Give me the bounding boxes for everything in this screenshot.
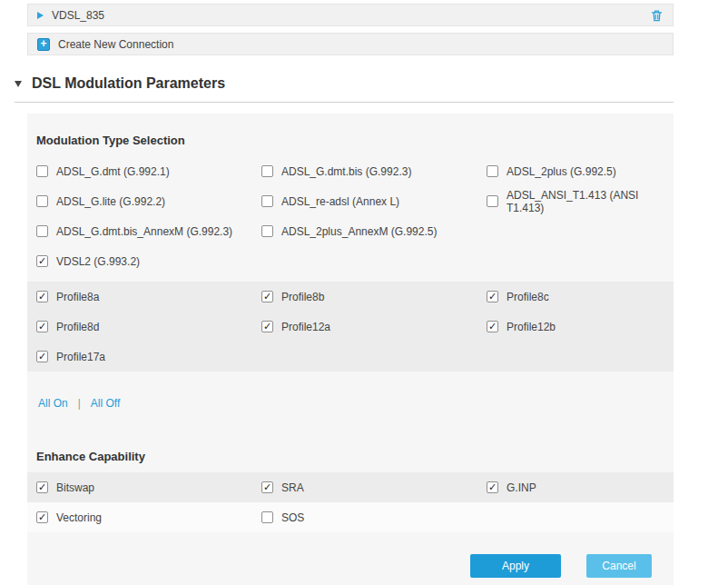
dsl-modulation-panel: Modulation Type Selection ADSL_G.dmt (G.…	[27, 114, 674, 585]
checkbox-box[interactable]	[36, 195, 48, 207]
all-on-link[interactable]: All On	[38, 397, 68, 410]
checkbox-label: ADSL_G.dmt.bis (G.992.3)	[281, 165, 411, 178]
checkbox-label: ADSL_ANSI_T1.413 (ANSI T1.413)	[507, 189, 664, 214]
checkbox-bitswap[interactable]: Bitswap	[36, 472, 261, 502]
cancel-button[interactable]: Cancel	[586, 554, 652, 578]
checkbox-label: VDSL2 (G.993.2)	[56, 255, 140, 268]
checkbox-profile8b[interactable]: Profile8b	[261, 282, 487, 312]
checkbox-vdsl2[interactable]: VDSL2 (G.993.2)	[36, 246, 261, 276]
checkbox-box[interactable]	[487, 481, 498, 493]
checkbox-label: Profile8d	[56, 321, 99, 333]
checkbox-box[interactable]	[36, 291, 48, 302]
enhance-row-1: Bitswap SRA G.INP	[27, 472, 674, 502]
checkbox-box[interactable]	[36, 511, 48, 523]
checkbox-label: ADSL_2plus_AnnexM (G.992.5)	[281, 225, 437, 238]
profile-grid: Profile8a Profile8b Profile8c Profile8d …	[27, 282, 674, 372]
action-buttons: Apply Cancel	[36, 554, 664, 578]
create-new-connection-button[interactable]: Create New Connection	[27, 33, 674, 55]
checkbox-adsl-g-dmt-bis-annexm[interactable]: ADSL_G.dmt.bis_AnnexM (G.992.3)	[36, 216, 261, 246]
checkbox-box[interactable]	[36, 351, 48, 362]
create-new-connection-label: Create New Connection	[58, 38, 173, 51]
checkbox-profile12a[interactable]: Profile12a	[261, 312, 487, 342]
checkbox-box[interactable]	[261, 165, 273, 177]
checkbox-adsl-g-dmt-bis[interactable]: ADSL_G.dmt.bis (G.992.3)	[261, 156, 487, 186]
checkbox-label: Profile17a	[56, 351, 105, 363]
checkbox-adsl-g-lite[interactable]: ADSL_G.lite (G.992.2)	[36, 186, 261, 216]
checkbox-profile8c[interactable]: Profile8c	[487, 282, 664, 312]
checkbox-adsl-g-dmt[interactable]: ADSL_G.dmt (G.992.1)	[36, 156, 261, 186]
checkbox-box[interactable]	[36, 481, 48, 493]
checkbox-adsl-ansi-t1-413[interactable]: ADSL_ANSI_T1.413 (ANSI T1.413)	[487, 186, 664, 216]
modulation-type-grid: ADSL_G.dmt (G.992.1) ADSL_G.dmt.bis (G.9…	[36, 156, 664, 276]
connection-title: VDSL_835	[52, 9, 104, 22]
checkbox-adsl-2plus[interactable]: ADSL_2plus (G.992.5)	[487, 156, 664, 186]
checkbox-ginp[interactable]: G.INP	[487, 472, 664, 502]
checkbox-box[interactable]	[36, 225, 48, 237]
checkbox-label: ADSL_2plus (G.992.5)	[507, 165, 616, 178]
checkbox-label: Profile8a	[56, 291, 99, 303]
checkbox-label: Vectoring	[56, 511, 102, 524]
add-icon	[37, 38, 50, 51]
links-separator: |	[78, 397, 81, 410]
collapse-arrow-icon[interactable]	[15, 81, 22, 87]
enhance-capability-heading: Enhance Capability	[36, 450, 664, 463]
checkbox-box[interactable]	[36, 321, 48, 332]
apply-button[interactable]: Apply	[470, 554, 561, 578]
enhance-row-2: Vectoring SOS	[27, 502, 674, 532]
checkbox-label: Profile8c	[507, 291, 549, 303]
checkbox-box[interactable]	[261, 511, 273, 523]
checkbox-label: SOS	[281, 511, 304, 524]
checkbox-box[interactable]	[487, 165, 498, 177]
checkbox-label: Bitswap	[56, 481, 94, 494]
checkbox-profile8a[interactable]: Profile8a	[36, 282, 261, 312]
delete-connection-button[interactable]	[650, 8, 664, 23]
profile-bulk-links: All On|All Off	[38, 397, 664, 410]
checkbox-box[interactable]	[261, 291, 273, 302]
checkbox-box[interactable]	[487, 321, 498, 332]
expand-arrow-icon[interactable]	[37, 12, 44, 19]
checkbox-label: ADSL_G.lite (G.992.2)	[56, 195, 165, 208]
checkbox-sos[interactable]: SOS	[261, 502, 487, 532]
checkbox-box[interactable]	[261, 481, 273, 493]
checkbox-label: ADSL_G.dmt.bis_AnnexM (G.992.3)	[56, 225, 232, 238]
checkbox-box[interactable]	[261, 321, 273, 332]
checkbox-label: Profile12b	[507, 321, 556, 333]
checkbox-profile17a[interactable]: Profile17a	[36, 342, 261, 372]
connection-row-vdsl835[interactable]: VDSL_835	[27, 4, 674, 26]
modulation-type-heading: Modulation Type Selection	[36, 134, 664, 147]
checkbox-adsl-re-adsl[interactable]: ADSL_re-adsl (Annex L)	[261, 186, 487, 216]
checkbox-label: ADSL_G.dmt (G.992.1)	[56, 165, 170, 178]
checkbox-box[interactable]	[36, 255, 48, 267]
checkbox-box[interactable]	[261, 225, 273, 237]
checkbox-box[interactable]	[487, 291, 498, 302]
section-title: DSL Modulation Parameters	[32, 75, 225, 92]
checkbox-adsl-2plus-annexm[interactable]: ADSL_2plus_AnnexM (G.992.5)	[261, 216, 487, 246]
checkbox-label: ADSL_re-adsl (Annex L)	[281, 195, 399, 208]
section-header-dsl-modulation[interactable]: DSL Modulation Parameters	[15, 75, 674, 103]
checkbox-profile12b[interactable]: Profile12b	[487, 312, 664, 342]
checkbox-sra[interactable]: SRA	[261, 472, 487, 502]
checkbox-box[interactable]	[261, 195, 273, 207]
checkbox-label: Profile8b	[281, 291, 324, 303]
dsl-settings-page: VDSL_835 Create New Connection DSL Modul…	[0, 0, 728, 585]
checkbox-vectoring[interactable]: Vectoring	[36, 502, 261, 532]
checkbox-profile8d[interactable]: Profile8d	[36, 312, 261, 342]
trash-icon	[650, 8, 664, 23]
checkbox-label: G.INP	[507, 481, 536, 494]
all-off-link[interactable]: All Off	[91, 397, 120, 410]
checkbox-box[interactable]	[36, 165, 48, 177]
checkbox-box[interactable]	[487, 195, 498, 207]
checkbox-label: Profile12a	[281, 321, 330, 333]
checkbox-label: SRA	[281, 481, 304, 494]
